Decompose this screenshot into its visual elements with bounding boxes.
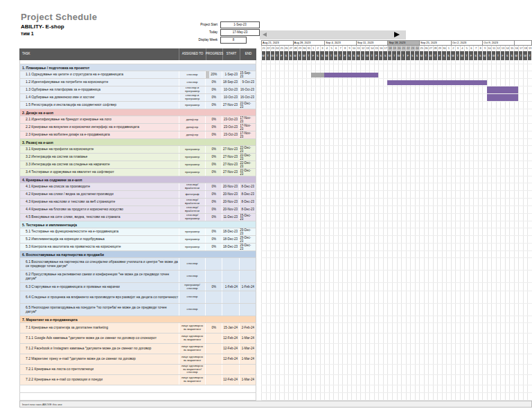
end-date-cell[interactable] <box>239 291 256 303</box>
progress-cell[interactable] <box>205 271 222 282</box>
gantt-cell[interactable] <box>261 161 532 169</box>
end-date-cell[interactable] <box>239 304 256 316</box>
assigned-cell[interactable]: спонзор <box>179 79 206 86</box>
task-cell[interactable]: 7.1.1 Google Ads кампања *датумите може … <box>20 334 179 343</box>
task-cell[interactable]: 6.1 Воспоставување на партнерства со спе… <box>20 258 179 270</box>
assigned-cell[interactable]: спонзор/ вработени <box>179 183 206 190</box>
progress-cell[interactable] <box>205 344 222 354</box>
task-cell[interactable]: 5.1 Тестирање на функционалностите на е-… <box>20 228 179 235</box>
gantt-cell[interactable] <box>261 365 532 375</box>
gantt-cell[interactable] <box>261 354 532 365</box>
start-date-cell[interactable]: 12-Feb-24 <box>222 375 239 385</box>
end-date-cell[interactable]: 16-Oct-23 <box>239 86 256 93</box>
end-date-cell[interactable]: 22-Dec-23 <box>239 102 256 109</box>
assigned-cell[interactable]: програмер <box>179 161 206 168</box>
section-header-part[interactable]: 4. Креирање на содржини за е-шоп <box>19 176 256 183</box>
end-date-cell[interactable]: 15-Dec-23 <box>239 214 256 221</box>
end-date-cell[interactable]: 17-Nov-23 <box>239 116 256 123</box>
task-cell[interactable]: 2.3 Креирање на мобилен дизајн за е-прод… <box>20 131 179 138</box>
gantt-cell[interactable] <box>261 139 532 146</box>
meta-value-box[interactable]: 1-Sep-23 <box>220 21 260 28</box>
start-date-cell[interactable]: 23-Oct-23 <box>222 131 239 138</box>
end-date-cell[interactable]: 9-Oct-23 <box>239 79 256 86</box>
task-cell[interactable]: 2.1 Идентификување на брендот и креирање… <box>20 116 179 123</box>
assigned-cell[interactable]: лице одговорно за маркетинг <box>179 354 206 364</box>
start-date-cell[interactable]: 27-Nov-23 <box>222 146 239 153</box>
gantt-cell[interactable] <box>261 71 532 79</box>
start-date-cell[interactable]: 10-Oct-23 <box>222 86 239 93</box>
assigned-cell[interactable]: програмер <box>179 154 206 161</box>
assigned-cell[interactable]: спонзор <box>179 71 206 78</box>
insert-row-note[interactable]: Insert new rows ABOVE this one <box>19 401 532 408</box>
progress-cell[interactable] <box>205 258 222 270</box>
progress-cell[interactable]: 0% <box>205 131 222 138</box>
assigned-cell[interactable]: спонзор <box>179 271 206 282</box>
progress-cell[interactable] <box>205 354 222 364</box>
task-cell[interactable]: 3.4 Тестирање и одржување на квалитет на… <box>20 169 179 176</box>
meta-value-box[interactable]: 17-May-23 <box>220 29 260 36</box>
scroll-right-icon[interactable] <box>394 32 400 37</box>
progress-cell[interactable]: 0% <box>205 86 222 93</box>
assigned-cell[interactable]: спонзор <box>179 291 206 303</box>
start-date-cell[interactable]: 20-Nov-23 <box>222 206 239 213</box>
assigned-cell[interactable]: дизајнер <box>179 116 206 123</box>
start-date-cell[interactable] <box>222 304 239 316</box>
progress-cell[interactable]: 0% <box>205 199 222 206</box>
task-cell[interactable]: 2.2 Креирање на визуелен и кориснички ин… <box>20 124 179 131</box>
start-date-cell[interactable]: 18-Sep-23 <box>222 79 239 86</box>
start-date-cell[interactable]: 27-Nov-23 <box>222 154 239 161</box>
task-cell[interactable]: 1.3 Одбирање на платформа за е-продавниц… <box>20 86 179 93</box>
progress-cell[interactable]: 0% <box>205 323 222 333</box>
progress-cell[interactable]: 0% <box>205 94 222 101</box>
end-date-cell[interactable]: 17-Nov-23 <box>239 124 256 131</box>
task-cell[interactable]: 6.2 Присуствување на релевантни саеми и … <box>20 271 179 282</box>
assigned-cell[interactable]: спонзор <box>179 258 206 270</box>
task-cell[interactable]: 6.3 Стартување на е-продавницата и прима… <box>20 283 179 291</box>
start-date-cell[interactable]: 18-Dec-23 <box>222 228 239 235</box>
progress-cell[interactable]: 0% <box>205 102 222 109</box>
progress-cell[interactable] <box>205 304 222 316</box>
task-cell[interactable]: 4.3 Креирање на наслови и текстови за ве… <box>20 199 179 206</box>
assigned-cell[interactable]: програмер <box>179 244 206 250</box>
gantt-cell[interactable] <box>261 79 532 86</box>
start-date-cell[interactable]: 11-Dec-23 <box>222 214 239 221</box>
progress-cell[interactable] <box>205 375 222 385</box>
start-date-cell[interactable]: 27-Nov-23 <box>222 169 239 176</box>
task-cell[interactable]: 3.3 Интеграција на систем за следење на … <box>20 161 179 168</box>
empty-table-part[interactable] <box>19 393 256 401</box>
progress-cell[interactable]: 20% <box>205 71 222 78</box>
assigned-cell[interactable]: спонзор/ вработени <box>179 199 206 206</box>
end-date-cell[interactable]: 22-Dec-23 <box>239 154 256 161</box>
task-cell[interactable]: 1.1 Одредување на целите и структурата н… <box>20 71 179 78</box>
assigned-cell[interactable]: спонзор и програмер <box>179 86 206 93</box>
progress-cell[interactable]: 0% <box>205 183 222 190</box>
task-cell[interactable]: 7.2 Маркетинг преку е-mail *датумите мож… <box>20 354 179 364</box>
assigned-cell[interactable]: програмер/ спонзор <box>179 283 206 291</box>
gantt-cell[interactable] <box>261 316 532 323</box>
task-cell[interactable]: 6.5 Неопходни прилагодувања на понудите … <box>20 304 179 316</box>
start-date-cell[interactable]: 12-Feb-24 <box>222 344 239 354</box>
end-date-cell[interactable]: 29-Dec-23 <box>239 236 256 243</box>
gantt-cell[interactable] <box>261 236 532 244</box>
start-date-cell[interactable]: 10-Oct-23 <box>222 94 239 101</box>
assigned-cell[interactable]: дизајнер <box>179 124 206 131</box>
task-cell[interactable]: 5.3 Контрола на заштитата на приватноста… <box>20 244 179 250</box>
gantt-cell[interactable] <box>261 344 532 354</box>
start-date-cell[interactable]: 12-Feb-24 <box>222 334 239 343</box>
assigned-cell[interactable]: спонзор/ програмер <box>179 214 206 221</box>
end-date-cell[interactable]: 1-Mar-24 <box>239 354 256 364</box>
gantt-cell[interactable] <box>261 375 532 385</box>
gantt-cell[interactable] <box>261 258 532 271</box>
gantt-cell[interactable] <box>261 214 532 221</box>
gantt-cell[interactable] <box>261 393 532 401</box>
task-cell[interactable]: 3.2 Интеграција на систем за плаќање <box>20 154 179 161</box>
gantt-cell[interactable] <box>261 199 532 206</box>
task-cell[interactable]: 5.2 Имплементација на корекции и подобру… <box>20 236 179 243</box>
start-date-cell[interactable]: 18-Dec-23 <box>222 236 239 243</box>
progress-cell[interactable]: 0% <box>205 206 222 213</box>
assigned-cell[interactable]: лице одговорно за маркетинг <box>179 344 206 354</box>
progress-cell[interactable]: 0% <box>205 191 222 198</box>
end-date-cell[interactable] <box>239 258 256 270</box>
progress-cell[interactable]: 0% <box>205 116 222 123</box>
gantt-cell[interactable] <box>261 64 532 71</box>
